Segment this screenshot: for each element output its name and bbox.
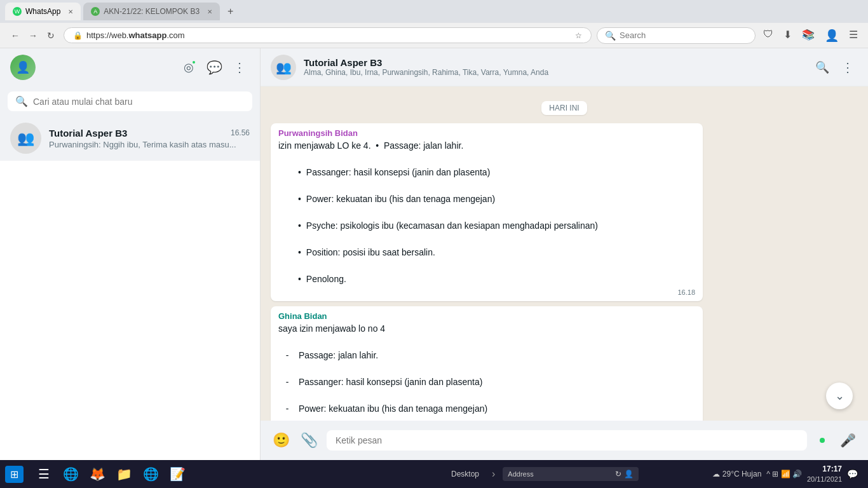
search-chat-button[interactable]: 🔍 [812, 57, 832, 78]
browser-chrome: W WhatsApp ✕ A AKN-21/22: KELOMPOK B3 ✕ … [0, 0, 868, 48]
voice-button[interactable]: 🎤 [837, 430, 858, 451]
taskbar-chrome[interactable]: 🌐 [138, 461, 163, 487]
message-time-purwaningsih: 16.18 [278, 288, 695, 296]
message-purwaningsih: Purwaningsih Bidan izin menjawab LO ke 4… [271, 123, 703, 301]
whatsapp-container: 👤 ◎ 💬 ⋮ 🔍 👥 [0, 48, 868, 460]
chat-main: 👥 Tutorial Asper B3 Alma, Ghina, Ibu, Ir… [261, 48, 868, 460]
attach-button[interactable]: 📎 [299, 430, 319, 451]
message-input-area: 🙂 📎 🎤 [261, 421, 868, 460]
online-dot [191, 60, 196, 65]
notification-icon[interactable]: 💬 [847, 469, 858, 479]
time-display: 17:17 [807, 464, 842, 475]
message-text-purwaningsih: izin menjawab LO ke 4. • Passage: jalan … [278, 139, 695, 286]
search-bar-container: 🔍 [0, 86, 260, 116]
message-input[interactable] [327, 430, 807, 451]
bookmark-icon[interactable]: ☆ [575, 31, 582, 40]
chat-name: Tutorial Asper B3 [49, 128, 127, 139]
tab-whatsapp-close[interactable]: ✕ [68, 8, 73, 15]
address-bar: ← → ↻ 🔒 https://web.whatsapp.com ☆ 🔍 🛡 ⬇… [0, 23, 868, 48]
tab-whatsapp[interactable]: W WhatsApp ✕ [5, 3, 81, 20]
taskbar-edge[interactable]: 🌐 [58, 461, 83, 487]
taskbar-address-input[interactable] [536, 470, 613, 478]
desktop-label[interactable]: Desktop [446, 467, 484, 481]
taskbar-weather: ☁ 29°C Hujan [712, 470, 761, 478]
chat-list: 👥 Tutorial Asper B3 16.56 Purwaningsih: … [0, 116, 260, 460]
chat-header-icons: 🔍 ⋮ [812, 57, 858, 78]
taskbar-notepad[interactable]: 📝 [165, 461, 190, 487]
taskbar-apps: ☰ 🌐 🦊 📁 🌐 📝 [26, 461, 372, 487]
sidebar-header: 👤 ◎ 💬 ⋮ [0, 48, 260, 86]
taskbar: ⊞ ☰ 🌐 🦊 📁 🌐 📝 Desktop › Address ↻ 👤 ☁ 29… [0, 460, 868, 488]
sidebar-action-icons: ◎ 💬 ⋮ [179, 57, 250, 78]
arrow-icon: › [492, 468, 495, 480]
profile-icon[interactable]: 👤 [822, 26, 841, 45]
nav-buttons: ← → ↻ [8, 28, 58, 43]
tab-group[interactable]: A AKN-21/22: KELOMPOK B3 ✕ [83, 3, 220, 20]
chat-header-name: Tutorial Asper B3 [304, 57, 804, 68]
bookmarks-icon[interactable]: 📚 [799, 26, 817, 45]
scroll-down-button[interactable]: ⌄ [826, 383, 853, 409]
toolbar-icons: 🛡 ⬇ 📚 👤 ☰ [761, 26, 860, 45]
chat-item-tutorial[interactable]: 👥 Tutorial Asper B3 16.56 Purwaningsih: … [0, 116, 260, 161]
taskbar-firefox[interactable]: 🦊 [85, 461, 110, 487]
search-box[interactable]: 🔍 [597, 27, 756, 44]
emoji-button[interactable]: 🙂 [271, 430, 291, 451]
chat-icon[interactable]: 💬 [204, 57, 224, 78]
menu-dots-icon[interactable]: ⋮ [229, 57, 250, 78]
chat-header-members: Alma, Ghina, Ibu, Irna, Purwaningsih, Ra… [304, 68, 804, 77]
chat-search-box[interactable]: 🔍 [8, 92, 252, 111]
taskbar-taskview[interactable]: ☰ [31, 461, 57, 487]
refresh-address-icon[interactable]: ↻ [615, 470, 621, 478]
chat-preview: Purwaningsih: Nggih ibu, Terima kasih at… [49, 140, 250, 149]
chat-name-row: Tutorial Asper B3 16.56 [49, 128, 250, 139]
search-input[interactable] [620, 30, 734, 40]
status-icon[interactable]: ◎ [179, 57, 199, 78]
forward-button[interactable]: → [25, 28, 41, 43]
tab-whatsapp-label: WhatsApp [25, 7, 60, 16]
url-bar[interactable]: 🔒 https://web.whatsapp.com ☆ [64, 27, 592, 43]
tab-group-close[interactable]: ✕ [207, 8, 212, 15]
search-icon: 🔍 [605, 30, 616, 41]
start-button[interactable]: ⊞ [5, 466, 24, 483]
person-icon[interactable]: 👤 [624, 470, 634, 478]
shield-icon[interactable]: 🛡 [761, 26, 776, 45]
chat-header-info: Tutorial Asper B3 Alma, Ghina, Ibu, Irna… [304, 57, 804, 77]
date-display: 20/11/2021 [807, 475, 842, 484]
new-tab-button[interactable]: + [222, 3, 238, 20]
chat-avatar-tutorial: 👥 [10, 123, 41, 154]
taskbar-files[interactable]: 📁 [111, 461, 137, 487]
taskbar-right: ☁ 29°C Hujan ^ ⊞ 📶 🔊 17:17 20/11/2021 💬 [712, 464, 863, 484]
chat-time: 16.56 [231, 128, 250, 137]
more-options-button[interactable]: ⋮ [837, 57, 858, 78]
search-icon-sidebar: 🔍 [15, 95, 28, 107]
messages-area: HARI INI Purwaningsih Bidan izin menjawa… [261, 86, 868, 421]
group-favicon: A [91, 7, 100, 16]
whatsapp-favicon: W [13, 7, 22, 16]
tab-group-label: AKN-21/22: KELOMPOK B3 [104, 7, 200, 16]
url-text: https://web.whatsapp.com [86, 30, 185, 40]
lock-icon: 🔒 [73, 31, 83, 40]
recording-dot [820, 438, 825, 443]
download-icon[interactable]: ⬇ [781, 26, 794, 45]
message-ghina: Ghina Bidan saya izin menjawab lo no 4 -… [271, 306, 703, 421]
date-badge-text: HARI INI [541, 101, 587, 115]
message-icon: 💬 [207, 60, 222, 75]
date-badge: HARI INI [271, 102, 858, 113]
taskbar-time: 17:17 20/11/2021 [807, 464, 842, 484]
chat-search-input[interactable] [33, 97, 245, 107]
chat-info-tutorial: Tutorial Asper B3 16.56 Purwaningsih: Ng… [49, 128, 250, 149]
taskbar-center: Desktop › Address ↻ 👤 [374, 467, 710, 481]
sender-ghina: Ghina Bidan [278, 311, 695, 321]
user-avatar[interactable]: 👤 [10, 55, 36, 80]
tab-bar: W WhatsApp ✕ A AKN-21/22: KELOMPOK B3 ✕ … [0, 0, 868, 23]
chat-header: 👥 Tutorial Asper B3 Alma, Ghina, Ibu, Ir… [261, 48, 868, 86]
sender-purwaningsih: Purwaningsih Bidan [278, 128, 695, 138]
chat-header-avatar[interactable]: 👥 [271, 55, 296, 80]
back-button[interactable]: ← [8, 28, 23, 43]
message-text-ghina: saya izin menjawab lo no 4 - Passage: ja… [278, 322, 695, 421]
refresh-button[interactable]: ↻ [43, 28, 58, 43]
address-label: Address [508, 470, 533, 478]
taskbar-address-bar[interactable]: Address ↻ 👤 [503, 467, 638, 481]
menu-icon[interactable]: ☰ [846, 26, 860, 45]
sidebar: 👤 ◎ 💬 ⋮ 🔍 👥 [0, 48, 261, 460]
